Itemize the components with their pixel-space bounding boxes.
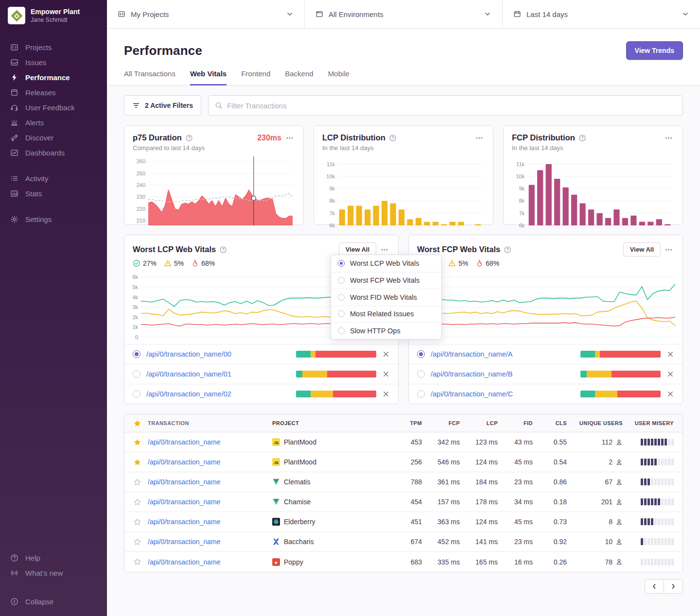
- transaction-link[interactable]: /api/0/transaction_name: [148, 498, 220, 506]
- col-cls[interactable]: CLS: [533, 420, 567, 426]
- active-filters-button[interactable]: 2 Active Filters: [124, 95, 201, 116]
- sidebar-item-performance[interactable]: Performance: [0, 70, 107, 85]
- context-menu-icon[interactable]: ⋯: [285, 136, 295, 140]
- project-cell[interactable]: Elderberry: [272, 518, 394, 526]
- col-user-misery[interactable]: USER MISERY: [623, 420, 674, 426]
- context-menu-icon[interactable]: ⋯: [380, 247, 390, 252]
- environment-filter[interactable]: All Environments: [305, 0, 503, 28]
- lcp-distribution-chart[interactable]: 11k10k9k8k7k6k: [322, 155, 485, 219]
- col-transaction[interactable]: TRANSACTION: [148, 420, 272, 426]
- project-filter[interactable]: My Projects: [107, 0, 305, 28]
- sidebar-item-help[interactable]: Help: [0, 550, 107, 565]
- transaction-link[interactable]: /api/0/transaction_name: [148, 478, 220, 486]
- row-radio[interactable]: [417, 350, 425, 358]
- tab-mobile[interactable]: Mobile: [328, 69, 350, 86]
- help-icon[interactable]: [219, 246, 227, 254]
- dropdown-option-most-related-issues[interactable]: Most Related Issues: [331, 306, 441, 323]
- sidebar-item-dashboards[interactable]: Dashboards: [0, 145, 107, 160]
- search-input[interactable]: [227, 102, 676, 110]
- close-icon[interactable]: [382, 390, 390, 398]
- row-radio[interactable]: [133, 390, 140, 398]
- row-radio[interactable]: [417, 390, 425, 398]
- sidebar-collapse-button[interactable]: Collapse: [0, 594, 107, 609]
- col-fcp[interactable]: FCP: [422, 420, 460, 426]
- svg-text:250: 250: [137, 171, 145, 176]
- context-menu-icon[interactable]: ⋯: [664, 136, 674, 140]
- transaction-link[interactable]: /api/0/transaction_name: [148, 518, 220, 526]
- date-range-filter[interactable]: Last 14 days: [503, 0, 700, 28]
- help-icon[interactable]: [578, 134, 586, 142]
- star-icon[interactable]: [133, 538, 141, 546]
- project-cell[interactable]: JSPlantMood: [272, 458, 394, 466]
- user-misery-cell: [623, 439, 674, 445]
- transaction-link[interactable]: /api/0/transaction_name/00: [146, 350, 231, 358]
- star-icon[interactable]: [133, 419, 141, 428]
- star-icon[interactable]: [133, 478, 141, 486]
- sidebar-item-issues[interactable]: Issues: [0, 55, 107, 70]
- transaction-link[interactable]: /api/0/transaction_name/A: [431, 350, 512, 358]
- context-menu-icon[interactable]: ⋯: [664, 247, 674, 252]
- close-icon[interactable]: [382, 370, 390, 378]
- project-cell[interactable]: Chamise: [272, 498, 394, 506]
- close-icon[interactable]: [666, 350, 674, 358]
- close-icon[interactable]: [666, 390, 674, 398]
- transaction-link[interactable]: /api/0/transaction_name/B: [431, 370, 512, 378]
- sidebar-item-what-s-new[interactable]: What’s new: [0, 565, 107, 581]
- close-icon[interactable]: [666, 370, 674, 378]
- previous-page-button[interactable]: [645, 579, 664, 594]
- row-radio[interactable]: [133, 370, 140, 378]
- tab-backend[interactable]: Backend: [285, 69, 313, 86]
- help-icon[interactable]: [185, 134, 193, 142]
- transaction-link[interactable]: /api/0/transaction_name: [148, 438, 220, 446]
- row-radio[interactable]: [417, 370, 425, 378]
- sidebar-item-discover[interactable]: Discover: [0, 130, 107, 145]
- dropdown-option-slow-http-ops[interactable]: Slow HTTP Ops: [331, 322, 441, 339]
- help-icon[interactable]: [504, 246, 511, 254]
- sidebar-item-alerts[interactable]: Alerts: [0, 115, 107, 130]
- dropdown-option-worst-fid-web-vitals[interactable]: Worst FID Web Vitals: [331, 289, 441, 306]
- transaction-link[interactable]: /api/0/transaction_name/01: [146, 370, 231, 378]
- worst-fcp-chart[interactable]: 6k5k4k3k2k1k0: [412, 270, 678, 339]
- col-tpm[interactable]: TPM: [394, 420, 422, 426]
- star-icon[interactable]: [133, 498, 141, 506]
- col-project[interactable]: PROJECT: [272, 420, 394, 426]
- tab-frontend[interactable]: Frontend: [241, 69, 270, 86]
- tab-web-vitals[interactable]: Web Vitals: [190, 69, 227, 86]
- projects-icon: [118, 10, 125, 18]
- transaction-link[interactable]: /api/0/transaction_name: [148, 558, 220, 566]
- transaction-link[interactable]: /api/0/transaction_name/C: [431, 390, 513, 398]
- col-fid[interactable]: FID: [498, 420, 533, 426]
- project-cell[interactable]: ePoppy: [272, 558, 394, 566]
- col-lcp[interactable]: LCP: [460, 420, 498, 426]
- context-menu-icon[interactable]: ⋯: [474, 136, 485, 140]
- sidebar-item-user-feedback[interactable]: User Feedback: [0, 100, 107, 115]
- transaction-link[interactable]: /api/0/transaction_name: [148, 538, 220, 546]
- sidebar-item-settings[interactable]: Settings: [0, 212, 107, 227]
- project-cell[interactable]: Baccharis: [272, 538, 394, 546]
- sidebar-item-projects[interactable]: Projects: [0, 40, 107, 55]
- project-cell[interactable]: JSPlantMood: [272, 438, 394, 446]
- star-icon[interactable]: [133, 558, 141, 566]
- dropdown-option-worst-lcp-web-vitals[interactable]: Worst LCP Web Vitals: [331, 255, 441, 272]
- view-all-button[interactable]: View All: [623, 242, 661, 257]
- next-page-button[interactable]: [664, 579, 683, 594]
- tab-all-transactions[interactable]: All Transactions: [124, 69, 175, 86]
- view-trends-button[interactable]: View Trends: [626, 41, 683, 60]
- star-icon[interactable]: [133, 438, 141, 446]
- project-cell[interactable]: Clematis: [272, 478, 394, 486]
- help-icon[interactable]: [389, 134, 397, 142]
- close-icon[interactable]: [382, 350, 390, 358]
- dropdown-option-worst-fcp-web-vitals[interactable]: Worst FCP Web Vitals: [331, 272, 441, 289]
- fcp-distribution-chart[interactable]: 11k10k9k8k7k6k: [512, 155, 674, 219]
- org-header[interactable]: Empower Plant Jane Schmidt: [0, 0, 107, 29]
- sidebar-item-releases[interactable]: Releases: [0, 85, 107, 100]
- star-icon[interactable]: [133, 518, 141, 526]
- col-unique-users[interactable]: UNIQUE USERS: [567, 420, 623, 426]
- row-radio[interactable]: [133, 350, 140, 358]
- transaction-link[interactable]: /api/0/transaction_name: [148, 458, 220, 466]
- transaction-link[interactable]: /api/0/transaction_name/02: [146, 390, 231, 398]
- star-icon[interactable]: [133, 458, 141, 466]
- p75-duration-chart[interactable]: 260250240230220210: [133, 155, 295, 219]
- sidebar-item-activity[interactable]: Activity: [0, 171, 107, 186]
- sidebar-item-stats[interactable]: Stats: [0, 186, 107, 201]
